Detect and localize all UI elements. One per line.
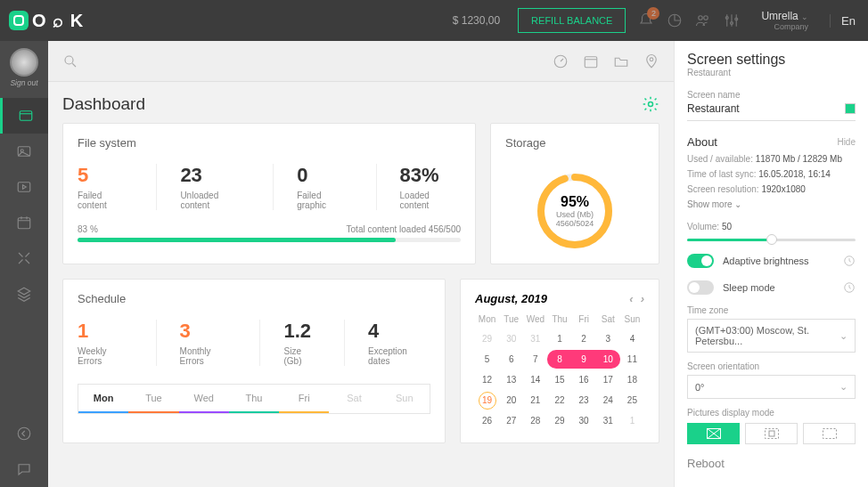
settings-sliders-icon[interactable] xyxy=(724,12,740,28)
calendar-day[interactable]: 1 xyxy=(620,411,644,430)
calendar-day[interactable]: 30 xyxy=(499,329,523,348)
about-hide-link[interactable]: Hide xyxy=(837,137,856,147)
sched-stat: 3Monthly Errors xyxy=(180,320,261,366)
nav-layers[interactable] xyxy=(0,276,48,312)
calendar-day[interactable]: 29 xyxy=(475,329,499,348)
nav-dashboard[interactable] xyxy=(0,98,48,134)
calendar-prev[interactable]: ‹ xyxy=(629,292,633,305)
volume-label: Volume: 50 xyxy=(687,222,856,231)
calendar-day[interactable]: 18 xyxy=(620,370,644,389)
screen-name-label: Screen name xyxy=(687,90,856,100)
calendar-day[interactable]: 14 xyxy=(523,370,547,389)
refill-balance-button[interactable]: REFILL BALANCE xyxy=(518,8,626,33)
calendar-day[interactable]: 7 xyxy=(523,350,547,369)
storage-title: Storage xyxy=(505,136,546,150)
tab-thu[interactable]: Thu xyxy=(229,385,279,413)
calendar-day[interactable]: 12 xyxy=(475,370,499,389)
calendar-day[interactable]: 19 xyxy=(475,391,499,410)
orientation-select[interactable]: 0°⌄ xyxy=(687,375,856,399)
calendar-day[interactable]: 29 xyxy=(547,411,571,430)
calendar-day[interactable]: 22 xyxy=(547,391,571,410)
calendar-day[interactable]: 31 xyxy=(523,329,547,348)
calendar-month: August, 2019 xyxy=(475,292,547,305)
folder-icon[interactable] xyxy=(613,53,629,69)
sched-stat: 4Exception dates xyxy=(368,320,430,366)
calendar-day[interactable]: 1 xyxy=(547,329,571,348)
calendar-day[interactable]: 3 xyxy=(596,329,620,348)
sign-out-link[interactable]: Sign out xyxy=(10,78,37,87)
company-name: Umrella xyxy=(761,10,798,22)
calendar-day[interactable]: 13 xyxy=(499,370,523,389)
calendar-day[interactable]: 2 xyxy=(572,329,596,348)
calendar-day[interactable]: 17 xyxy=(596,370,620,389)
calendar-day[interactable]: 24 xyxy=(596,391,620,410)
tab-sat[interactable]: Sat xyxy=(329,385,379,413)
calendar-day[interactable]: 8 xyxy=(547,350,571,369)
page-title: Dashboard xyxy=(62,94,145,114)
language-selector[interactable]: En xyxy=(830,14,856,28)
calendar-day[interactable]: 28 xyxy=(523,411,547,430)
svg-rect-15 xyxy=(585,56,597,67)
calendar-day[interactable]: 26 xyxy=(475,411,499,430)
display-mode-fit[interactable] xyxy=(687,423,740,444)
calendar-day[interactable]: 20 xyxy=(499,391,523,410)
show-more-link[interactable]: Show more ⌄ xyxy=(687,199,856,209)
svg-point-13 xyxy=(65,56,73,64)
calendar-day[interactable]: 25 xyxy=(620,391,644,410)
tab-mon[interactable]: Mon xyxy=(78,385,128,413)
display-mode-label: Pictures display mode xyxy=(687,408,856,418)
tab-wed[interactable]: Wed xyxy=(179,385,229,413)
display-mode-center[interactable] xyxy=(745,423,798,444)
nav-chat[interactable] xyxy=(0,451,48,487)
calendar-day[interactable]: 15 xyxy=(547,370,571,389)
about-heading: About xyxy=(687,135,717,149)
tab-sun[interactable]: Sun xyxy=(380,385,430,413)
display-mode-stretch[interactable] xyxy=(803,423,856,444)
nav-back[interactable] xyxy=(0,416,48,451)
tab-tue[interactable]: Tue xyxy=(128,385,178,413)
volume-slider[interactable] xyxy=(687,239,856,241)
calendar-day[interactable]: 6 xyxy=(499,350,523,369)
search-icon[interactable] xyxy=(62,53,78,69)
clock-icon[interactable] xyxy=(843,255,856,267)
calendar-day[interactable]: 4 xyxy=(620,329,644,348)
nav-media[interactable] xyxy=(0,134,48,169)
location-icon[interactable] xyxy=(643,53,659,69)
logo-mark xyxy=(9,11,29,30)
screen-name-input[interactable]: Restaurant xyxy=(687,102,740,115)
company-dropdown[interactable]: Umrella ⌄ Company xyxy=(761,10,808,31)
calendar-day[interactable]: 31 xyxy=(596,411,620,430)
svg-point-16 xyxy=(650,57,653,61)
calendar-day[interactable]: 30 xyxy=(572,411,596,430)
calendar-card: August, 2019 ‹ › MonTueWedThuFriSatSun29… xyxy=(460,279,659,443)
calendar-day[interactable]: 23 xyxy=(572,391,596,410)
nav-playlists[interactable] xyxy=(0,169,48,205)
calendar-day[interactable]: 9 xyxy=(572,350,596,369)
notifications-icon[interactable]: 2 xyxy=(638,12,654,28)
calendar-day[interactable]: 11 xyxy=(620,350,644,369)
calendar-day[interactable]: 27 xyxy=(499,411,523,430)
users-icon[interactable] xyxy=(695,12,711,28)
calendar-day[interactable]: 5 xyxy=(475,350,499,369)
clock-icon[interactable] xyxy=(843,281,856,294)
calendar-day[interactable]: 10 xyxy=(596,350,620,369)
panel-subtitle: Restaurant xyxy=(687,68,856,77)
calendar-next[interactable]: › xyxy=(641,292,644,305)
nav-schedule[interactable] xyxy=(0,205,48,240)
calendar-icon[interactable] xyxy=(583,53,599,69)
screen-color-chip[interactable] xyxy=(845,103,856,114)
dashboard-settings-icon[interactable] xyxy=(642,95,659,113)
calendar-day[interactable]: 16 xyxy=(572,370,596,389)
speed-icon[interactable] xyxy=(553,53,569,69)
avatar[interactable] xyxy=(10,48,38,77)
storage-pct: 95% xyxy=(556,194,594,210)
svg-point-12 xyxy=(18,427,30,440)
nav-screens[interactable] xyxy=(0,240,48,276)
analytics-icon[interactable] xyxy=(667,12,683,28)
adaptive-brightness-toggle[interactable] xyxy=(687,254,714,268)
tab-fri[interactable]: Fri xyxy=(279,385,329,413)
calendar-day[interactable]: 21 xyxy=(523,391,547,410)
timezone-select[interactable]: (GMT+03:00) Moscow, St. Petersbu...⌄ xyxy=(687,319,856,353)
sched-stat: 1.2Size (Gb) xyxy=(283,320,345,366)
sleep-mode-toggle[interactable] xyxy=(687,280,714,295)
